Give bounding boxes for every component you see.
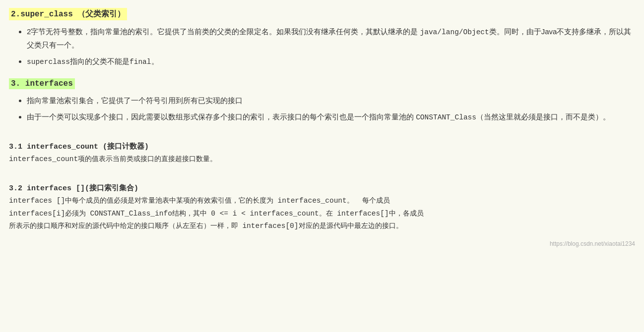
interfaces-section: 3. interfaces 指向常量池索引集合，它提供了一个符号引用到所有已实现… (9, 78, 635, 124)
super-class-bullets: 2字节无符号整数，指向常量池的索引。它提供了当前类的父类的全限定名。如果我们没有… (9, 25, 635, 68)
list-item: 2字节无符号整数，指向常量池的索引。它提供了当前类的父类的全限定名。如果我们没有… (27, 25, 635, 51)
interfaces-title: 3. interfaces (9, 78, 75, 89)
super-class-header: 2.super_class （父类索引） (9, 5, 635, 25)
interfaces-count-title: 3.1 interfaces_count (接口计数器) (9, 142, 635, 151)
interfaces-array-section: 3.2 interfaces [](接口索引集合) interfaces []中… (9, 183, 635, 232)
super-class-section: 2.super_class （父类索引） 2字节无符号整数，指向常量池的索引。它… (9, 5, 635, 68)
list-item: 指向常量池索引集合，它提供了一个符号引用到所有已实现的接口 (27, 94, 635, 107)
list-item: 由于一个类可以实现多个接口，因此需要以数组形式保存多个接口的索引，表示接口的每个… (27, 111, 635, 124)
interfaces-bullets: 指向常量池索引集合，它提供了一个符号引用到所有已实现的接口 由于一个类可以实现多… (9, 94, 635, 124)
list-item: superclass指向的父类不能是final。 (27, 55, 635, 68)
interfaces-count-body: interfaces_count项的值表示当前类或接口的直接超接口数量。 (9, 153, 635, 166)
footer-link: https://blog.csdn.net/xiaotai1234 (9, 240, 635, 247)
interfaces-array-title: 3.2 interfaces [](接口索引集合) (9, 183, 635, 193)
interfaces-array-body: interfaces []中每个成员的值必须是对常量池表中某项的有效索引值，它的… (9, 195, 635, 232)
interfaces-count-section: 3.1 interfaces_count (接口计数器) interfaces_… (9, 142, 635, 166)
super-class-title: 2.super_class （父类索引） (9, 8, 127, 20)
interfaces-header: 3. interfaces (9, 78, 635, 94)
